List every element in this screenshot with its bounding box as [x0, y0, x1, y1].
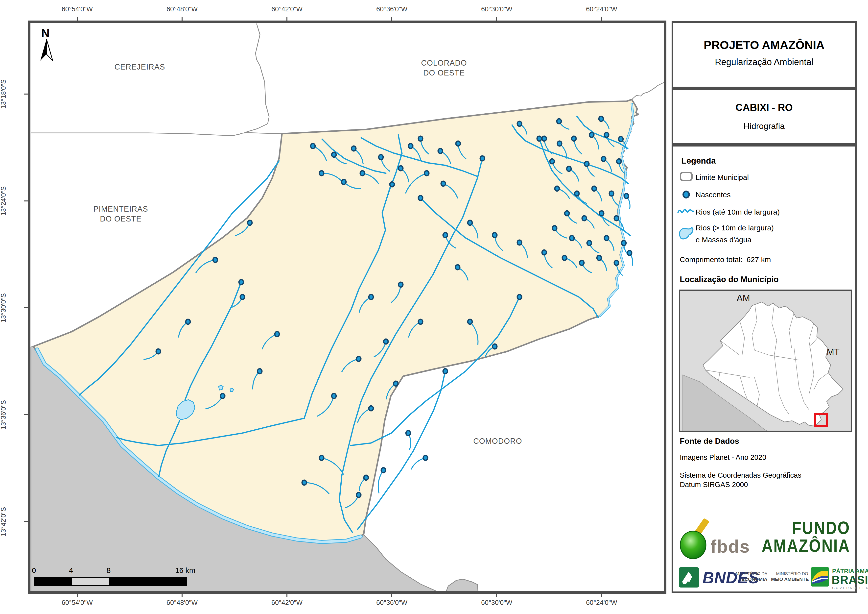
legend-heading: Legenda [681, 156, 716, 166]
fonte-linha1: Imagens Planet - Ano 2020 [680, 453, 766, 462]
fundo-amazonia-line1: FUNDO [746, 518, 850, 538]
ministerio-economia: MINISTÉRIO DA ECONOMIA [735, 571, 767, 582]
spring-dot [398, 282, 403, 287]
scalebar [34, 577, 187, 586]
grid-tick-top [391, 17, 392, 21]
spring-dot [239, 280, 243, 284]
nascentes-swatch-icon [681, 190, 691, 199]
spring-dot [552, 226, 557, 231]
label-colorado-line2: DO OESTE [423, 68, 465, 78]
inset-label-am: AM [737, 293, 750, 303]
spring-dot [570, 236, 574, 241]
label-colorado-line1: COLORADO [421, 59, 467, 68]
spring-dot [443, 233, 448, 238]
spring-dot [580, 260, 584, 265]
comprimento-total: Comprimento total: 627 km [680, 255, 771, 264]
fbds-logo-text: fbds [710, 536, 750, 556]
north-arrow-icon [36, 38, 57, 63]
spring-dot [517, 240, 522, 245]
municipality-box: CABIXI - RO Hidrografia [671, 89, 857, 145]
coord-top-1: 60°54'0"W [62, 5, 93, 13]
spring-dot [557, 141, 562, 146]
municipality-name: CABIXI - RO [673, 102, 855, 113]
ministerio-meio-ambiente: MINISTÉRIO DO MEIO AMBIENTE [771, 571, 808, 582]
spring-dot [456, 141, 460, 146]
spring-dot [438, 149, 443, 154]
spring-dot [394, 381, 398, 386]
coord-left-3: 13°30'0"S [0, 293, 8, 323]
spring-dot [379, 155, 383, 160]
spring-dot [555, 186, 559, 191]
spring-dot [542, 136, 546, 141]
spring-dot [418, 136, 423, 141]
coord-bottom-1: 60°54'0"W [62, 599, 93, 606]
spring-dot [592, 186, 597, 191]
coord-top-4: 60°36'0"W [376, 5, 408, 13]
limite-municipal-swatch [680, 172, 693, 181]
grid-tick-left [24, 307, 28, 308]
spring-dot [604, 236, 609, 241]
spring-dot [604, 132, 609, 137]
spring-dot [627, 250, 632, 255]
grid-tick-bottom [496, 593, 497, 597]
grid-tick-bottom [601, 593, 602, 597]
spring-dot [240, 294, 245, 300]
spring-dot [398, 166, 403, 171]
spring-dot [562, 255, 567, 260]
label-cerejeiras: CEREJEIRAS [115, 63, 165, 72]
project-subtitle: Regularização Ambiental [673, 57, 855, 67]
spring-dot [319, 171, 324, 176]
coord-left-1: 13°18'0"S [0, 79, 8, 109]
spring-dot [599, 211, 604, 216]
map-canvas[interactable]: CEREJEIRAS COLORADO DO OESTE PIMENTEIRAS… [28, 20, 666, 594]
legend-rios-largos-1: Rios (> 10m de largura) [696, 224, 774, 232]
grid-tick-top [77, 17, 78, 21]
spring-dot [356, 493, 361, 497]
grid-tick-left [24, 414, 28, 415]
spring-dot [622, 241, 626, 246]
grid-tick-bottom [181, 593, 183, 597]
water-body [219, 385, 223, 390]
ministerio-meio-ambiente-line1: MINISTÉRIO DO [776, 571, 808, 576]
grid-tick-left [24, 521, 28, 522]
coord-top-5: 60°30'0"W [481, 5, 512, 13]
map-sheet: CEREJEIRAS COLORADO DO OESTE PIMENTEIRAS… [0, 0, 868, 614]
spring-dot [597, 255, 601, 260]
grid-tick-left [24, 201, 28, 201]
spring-dot [156, 349, 161, 354]
label-pimenteiras-line1: PIMENTEIRAS [93, 205, 148, 214]
governo-federal-flag-icon [811, 567, 829, 586]
spring-dot [384, 339, 388, 344]
spring-dot [609, 191, 614, 196]
fonte-linha2: Sistema de Coordenadas Geográficas [680, 471, 801, 479]
ministerio-economia-line1: MINISTÉRIO DA [736, 571, 767, 576]
comprimento-value: 627 km [747, 255, 771, 264]
scalebar-4: 4 [69, 566, 73, 575]
title-box: PROJETO AMAZÔNIA Regularização Ambiental [671, 21, 857, 89]
fundo-amazonia-line2: AMAZÔNIA [746, 536, 850, 556]
legend-limite: Limite Municipal [696, 173, 749, 182]
hydrography-map-svg [30, 23, 664, 591]
ministerio-economia-line2: ECONOMIA [742, 577, 767, 582]
legend-rios: Rios (até 10m de largura) [696, 208, 780, 216]
spring-dot [618, 137, 623, 141]
coord-bottom-6: 60°24'0"W [586, 599, 617, 606]
spring-dot [624, 194, 629, 199]
spring-dot [406, 431, 411, 435]
coord-top-2: 60°48'0"W [166, 5, 198, 13]
spring-dot [537, 136, 541, 141]
spring-dot [587, 241, 591, 246]
spring-dot [468, 220, 472, 225]
fonte-heading: Fonte de Dados [680, 437, 739, 446]
map-theme: Hidrografia [673, 121, 855, 131]
spring-dot [584, 162, 589, 166]
spring-dot [369, 406, 373, 411]
spring-dot [311, 143, 315, 149]
spring-dot [369, 294, 373, 300]
legend-rios-largos-2: e Massas d'água [696, 236, 752, 244]
spring-dot [550, 159, 554, 164]
coord-top-3: 60°42'0"W [271, 5, 302, 13]
spring-dot [480, 156, 485, 161]
locator-map[interactable]: AM MT [679, 289, 852, 432]
spring-dot [493, 233, 497, 238]
